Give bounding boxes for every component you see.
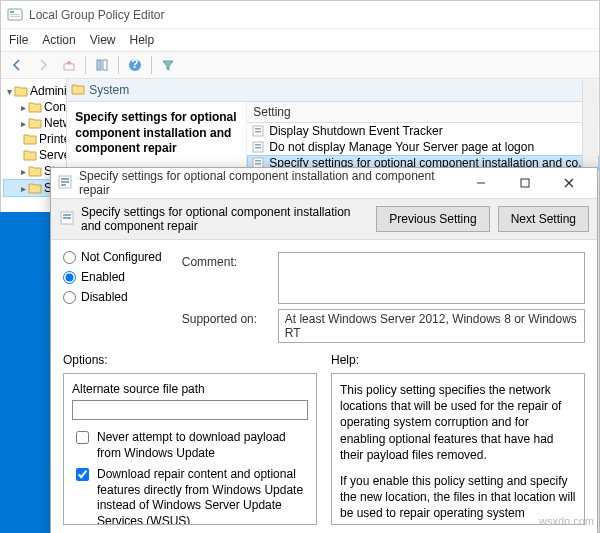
toolbar-separator — [151, 56, 152, 74]
menu-action[interactable]: Action — [42, 33, 75, 47]
svg-rect-23 — [61, 181, 69, 183]
desktop-background — [0, 212, 50, 533]
tree-label: Server — [39, 148, 67, 162]
radio-label: Not Configured — [81, 250, 162, 264]
list-label: Display Shutdown Event Tracker — [269, 124, 442, 138]
tree-label: Control Pane — [44, 100, 67, 114]
expand-icon[interactable]: ▸ — [21, 166, 26, 177]
radio-input[interactable] — [63, 291, 76, 304]
svg-rect-6 — [103, 60, 107, 70]
previous-setting-button[interactable]: Previous Setting — [376, 206, 489, 232]
gpedit-icon — [7, 7, 23, 23]
dialog-title-bar[interactable]: Specify settings for optional component … — [51, 168, 597, 198]
help-box[interactable]: This policy setting specifies the networ… — [331, 373, 585, 525]
svg-rect-2 — [10, 14, 20, 15]
radio-not-configured[interactable]: Not Configured — [63, 250, 162, 264]
svg-rect-11 — [255, 131, 261, 133]
svg-rect-13 — [255, 144, 261, 146]
strip-icon — [59, 210, 75, 229]
svg-rect-26 — [521, 179, 529, 187]
radio-input[interactable] — [63, 271, 76, 284]
tree-root[interactable]: ▾ Administrative Te — [3, 83, 64, 99]
menu-file[interactable]: File — [9, 33, 28, 47]
svg-rect-24 — [61, 184, 66, 186]
minimize-button[interactable] — [459, 169, 503, 197]
menu-help[interactable]: Help — [130, 33, 155, 47]
list-row[interactable]: Display Shutdown Event Tracker — [247, 123, 599, 139]
checkbox-input[interactable] — [76, 431, 89, 444]
maximize-button[interactable] — [503, 169, 547, 197]
tree-item-printers[interactable]: Printers — [3, 131, 64, 147]
list-row[interactable]: Do not display Manage Your Server page a… — [247, 139, 599, 155]
dialog-title: Specify settings for optional component … — [79, 169, 459, 197]
alt-path-label: Alternate source file path — [72, 382, 308, 396]
chk-label: Download repair content and optional fea… — [97, 467, 308, 525]
state-radios: Not Configured Enabled Disabled — [63, 250, 162, 343]
tree-item-control-panel[interactable]: ▸Control Pane — [3, 99, 64, 115]
radio-input[interactable] — [63, 251, 76, 264]
comment-label: Comment: — [182, 252, 268, 269]
options-label: Options: — [63, 353, 317, 367]
chk-never-download[interactable]: Never attempt to download payload from W… — [72, 430, 308, 461]
expand-icon[interactable]: ▸ — [21, 118, 26, 129]
right-header-label: System — [89, 83, 129, 97]
supported-value: At least Windows Server 2012, Windows 8 … — [278, 309, 585, 343]
svg-rect-4 — [64, 64, 74, 70]
folder-icon — [23, 132, 37, 146]
collapse-icon[interactable]: ▾ — [7, 86, 12, 97]
dialog-strip: Specify settings for optional component … — [51, 198, 597, 240]
svg-rect-16 — [255, 160, 261, 162]
svg-rect-3 — [10, 16, 20, 17]
tree-label: Printers — [39, 132, 67, 146]
tool-bar: ? — [1, 51, 599, 79]
radio-disabled[interactable]: Disabled — [63, 290, 162, 304]
checkbox-input[interactable] — [76, 468, 89, 481]
forward-icon — [33, 55, 53, 75]
svg-rect-5 — [97, 60, 101, 70]
radio-label: Enabled — [81, 270, 125, 284]
options-box: Alternate source file path Never attempt… — [63, 373, 317, 525]
show-hide-icon[interactable] — [92, 55, 112, 75]
folder-icon — [28, 116, 42, 130]
folder-icon — [71, 83, 85, 98]
toolbar-separator — [118, 56, 119, 74]
back-icon[interactable] — [7, 55, 27, 75]
up-icon[interactable] — [59, 55, 79, 75]
tree-item-network[interactable]: ▸Network — [3, 115, 64, 131]
folder-icon — [28, 181, 42, 195]
help-label: Help: — [331, 353, 585, 367]
menu-view[interactable]: View — [90, 33, 116, 47]
svg-rect-1 — [10, 11, 14, 13]
expand-icon[interactable]: ▸ — [21, 102, 26, 113]
policy-dialog: Specify settings for optional component … — [50, 167, 598, 533]
folder-icon — [28, 164, 42, 178]
help-icon[interactable]: ? — [125, 55, 145, 75]
main-title-bar[interactable]: Local Group Policy Editor — [1, 1, 599, 29]
svg-rect-14 — [255, 147, 261, 149]
svg-rect-31 — [63, 217, 71, 219]
folder-icon — [23, 148, 37, 162]
chk-label: Never attempt to download payload from W… — [97, 430, 308, 461]
svg-rect-22 — [61, 178, 69, 180]
setting-icon — [251, 124, 265, 138]
radio-enabled[interactable]: Enabled — [63, 270, 162, 284]
toolbar-separator — [85, 56, 86, 74]
right-header: System — [67, 79, 599, 102]
expand-icon[interactable]: ▸ — [21, 183, 26, 194]
dialog-icon — [57, 174, 73, 193]
folder-icon — [14, 84, 28, 98]
svg-rect-10 — [255, 128, 261, 130]
menu-bar: File Action View Help — [1, 29, 599, 51]
chk-wsus[interactable]: Download repair content and optional fea… — [72, 467, 308, 525]
close-button[interactable] — [547, 169, 591, 197]
filter-icon[interactable] — [158, 55, 178, 75]
tree-item-server[interactable]: Server — [3, 147, 64, 163]
comment-textarea[interactable] — [278, 252, 585, 304]
help-para: If you enable this policy setting and sp… — [340, 473, 576, 525]
svg-text:?: ? — [131, 58, 138, 71]
main-title: Local Group Policy Editor — [29, 8, 164, 22]
desc-title: Specify settings for optional component … — [75, 110, 238, 157]
list-header-setting[interactable]: Setting — [247, 102, 599, 123]
alt-path-input[interactable] — [72, 400, 308, 420]
next-setting-button[interactable]: Next Setting — [498, 206, 589, 232]
